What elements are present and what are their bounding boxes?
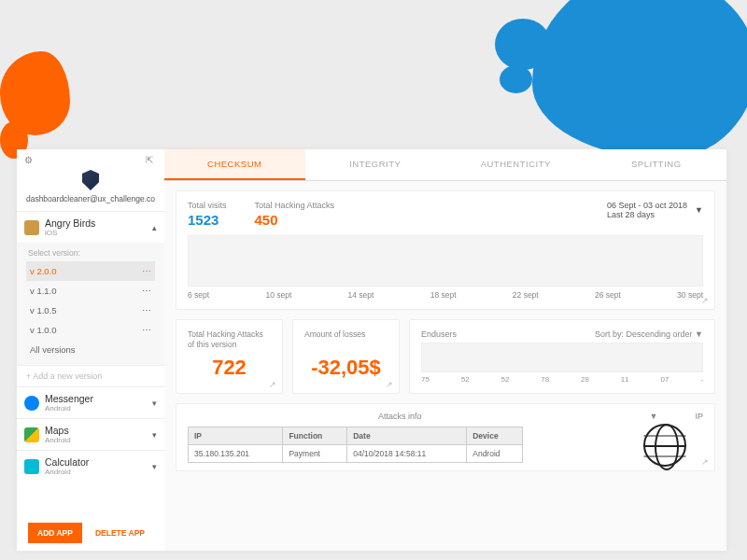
attacks-title: Attacks info — [188, 412, 613, 421]
attacks-table: IPFunctionDateDevice 35.180.135.201Payme… — [188, 427, 523, 463]
losses-card: Amount of losses -32,05$ ↗ — [292, 319, 400, 394]
tab-integrity[interactable]: INTEGRITY — [305, 149, 446, 180]
main-content: CHECKSUM INTEGRITY AUTHENTICITY SPLITTIN… — [164, 149, 726, 551]
sidebar-item-calculator[interactable]: CalculatorAndroid ▾ — [17, 450, 164, 482]
add-app-button[interactable]: ADD APP — [28, 523, 82, 543]
sidebar-item-messenger[interactable]: MessengerAndroid ▾ — [17, 386, 164, 418]
trend-chart — [188, 235, 703, 287]
sidebar-item-maps[interactable]: MapsAndroid ▾ — [17, 418, 164, 450]
add-version[interactable]: + Add a new version — [17, 365, 164, 386]
app-icon — [24, 459, 39, 474]
chevron-down-icon: ▾ — [152, 462, 157, 471]
hacks-version-card: Total Hacking Attacks of this version 72… — [176, 319, 283, 394]
ip-column-label: IP — [695, 412, 703, 421]
app-panel: ⚙ ⇱ dashboardcleaner@ux_challenge.co Ang… — [17, 149, 726, 551]
more-icon: ⋯ — [142, 325, 151, 335]
table-row[interactable]: 35.180.135.201Payment04/10/2018 14:58:11… — [189, 445, 523, 463]
attacks-card: Attacks info ▼ IP ↗ IPFunctionDateDevice… — [176, 403, 715, 471]
tab-checksum[interactable]: CHECKSUM — [164, 149, 305, 180]
share-icon[interactable]: ↗ — [701, 457, 709, 467]
chevron-down-icon: ▾ — [152, 430, 157, 440]
sidebar-item-angry-birds[interactable]: Angry BirdsiOS ▴ — [17, 211, 164, 243]
tab-authenticity[interactable]: AUTHENTICITY — [445, 149, 586, 180]
chevron-down-icon: ▼ — [695, 205, 703, 215]
more-icon: ⋯ — [142, 305, 151, 315]
gear-icon[interactable]: ⚙ — [24, 155, 35, 166]
endusers-title: Endusers — [421, 329, 457, 339]
globe-icon — [643, 424, 686, 467]
endusers-chart — [421, 343, 703, 372]
app-icon — [24, 427, 39, 442]
visits-label: Total visits — [188, 201, 227, 210]
filter-icon[interactable]: ▼ — [650, 412, 658, 421]
version-item[interactable]: All versions — [26, 340, 155, 359]
app-icon — [24, 396, 39, 411]
version-item[interactable]: v 1.0.5⋯ — [26, 301, 155, 320]
date-range-selector[interactable]: 06 Sept - 03 oct 2018Last 28 days ▼ — [607, 201, 703, 219]
delete-app-button[interactable]: DELETE APP — [88, 523, 152, 543]
losses-value: -32,05$ — [304, 356, 388, 380]
version-item[interactable]: v 1.1.0⋯ — [26, 281, 155, 301]
more-icon: ⋯ — [142, 266, 151, 276]
version-list: Select version: v 2.0.0⋯ v 1.1.0⋯ v 1.0.… — [17, 243, 164, 365]
sidebar: ⚙ ⇱ dashboardcleaner@ux_challenge.co Ang… — [17, 149, 164, 551]
tab-bar: CHECKSUM INTEGRITY AUTHENTICITY SPLITTIN… — [164, 149, 726, 181]
version-item[interactable]: v 1.0.0⋯ — [26, 320, 155, 340]
hacks-version-value: 722 — [188, 356, 271, 380]
chevron-up-icon: ▴ — [152, 223, 157, 232]
sort-selector[interactable]: Sort by: Descending order ▼ — [595, 329, 703, 339]
logo — [17, 170, 164, 192]
chevron-down-icon: ▾ — [152, 399, 157, 408]
table-header-row: IPFunctionDateDevice — [189, 427, 523, 445]
share-icon[interactable]: ↗ — [269, 380, 276, 389]
hacks-value: 450 — [255, 212, 335, 228]
expand-icon[interactable]: ⇱ — [146, 155, 157, 166]
more-icon: ⋯ — [142, 286, 151, 296]
overview-card: Total visits 1523 Total Hacking Attacks … — [176, 190, 715, 310]
endusers-card: Endusers Sort by: Descending order ▼ 755… — [409, 319, 715, 394]
share-icon[interactable]: ↗ — [701, 296, 709, 305]
x-axis: 6 sept10 sept14 sept18 sept22 sept26 sep… — [188, 290, 703, 300]
shield-icon — [82, 170, 99, 190]
app-icon — [24, 220, 39, 235]
version-item[interactable]: v 2.0.0⋯ — [26, 261, 155, 281]
hacks-label: Total Hacking Attacks — [255, 201, 335, 210]
visits-value: 1523 — [188, 212, 227, 228]
tab-splitting[interactable]: SPLITTING — [586, 149, 727, 180]
user-email: dashboardcleaner@ux_challenge.co — [17, 194, 164, 203]
share-icon[interactable]: ↗ — [386, 380, 393, 389]
